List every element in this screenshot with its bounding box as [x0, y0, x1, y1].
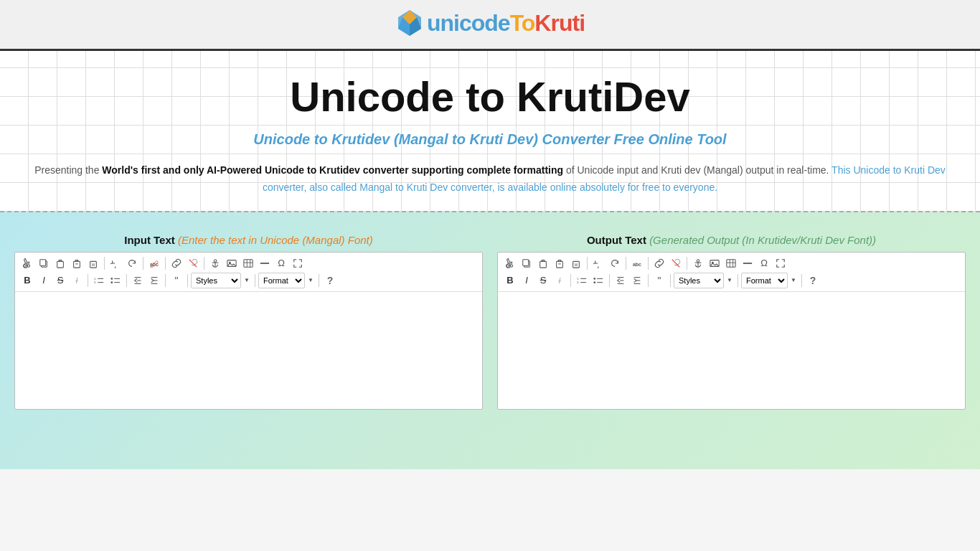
hr-button[interactable] [257, 255, 273, 271]
sep2 [143, 257, 143, 270]
svg-rect-43 [540, 261, 547, 268]
cut-button[interactable] [19, 255, 35, 271]
output-clear-format-button[interactable]: I [552, 273, 567, 288]
converter-section: Input Text (Enter the text in Unicode (M… [0, 211, 980, 469]
increase-indent-button[interactable] [146, 273, 162, 288]
maximize-button[interactable] [290, 255, 306, 271]
output-spellcheck-button[interactable]: abc [629, 255, 645, 271]
output-strikethrough-button[interactable]: S [535, 273, 551, 288]
svg-rect-7 [40, 259, 46, 265]
svg-text:1.: 1. [94, 277, 97, 281]
blockquote-button[interactable]: " [169, 273, 184, 288]
input-content-area[interactable] [15, 292, 482, 392]
sep3 [165, 257, 166, 270]
output-decrease-indent-button[interactable] [613, 273, 628, 288]
desc-bold: World's first and only AI-Powered Unicod… [102, 164, 563, 176]
svg-rect-8 [57, 261, 64, 268]
format-dropdown-arrow[interactable]: ▼ [306, 273, 316, 288]
svg-point-5 [27, 264, 30, 267]
output-paste-plain-button[interactable] [552, 255, 567, 271]
out-sep7 [648, 274, 649, 287]
output-styles-select[interactable]: Styles [674, 273, 724, 288]
output-toolbar-row2: B I S I 1.2. [502, 273, 961, 288]
sep4 [204, 257, 204, 270]
output-cut-button[interactable] [502, 255, 518, 271]
svg-rect-44 [557, 261, 563, 268]
anchor-button[interactable] [207, 255, 223, 271]
svg-point-29 [110, 278, 113, 280]
sep1 [104, 257, 105, 270]
undo-button[interactable] [108, 255, 123, 271]
svg-text:2.: 2. [577, 281, 580, 284]
output-unlink-button[interactable] [668, 255, 684, 271]
output-redo-button[interactable] [607, 255, 623, 271]
spellcheck-button[interactable]: abc [146, 255, 162, 271]
output-toolbar: W abc [498, 253, 965, 292]
svg-point-64 [593, 278, 595, 280]
sep10 [319, 274, 319, 287]
hero-section: Unicode to KrutiDev Unicode to Krutidev … [0, 51, 980, 211]
output-copy-button[interactable] [519, 255, 534, 271]
out-sep8 [670, 274, 671, 287]
redo-button[interactable] [124, 255, 140, 271]
link-button[interactable] [169, 255, 184, 271]
output-styles-dropdown-arrow[interactable]: ▼ [725, 273, 735, 288]
special-chars-button[interactable]: Ω [273, 255, 289, 271]
output-link-button[interactable] [651, 255, 667, 271]
output-bold-button[interactable]: B [502, 273, 518, 288]
page-title: Unicode to KrutiDev [14, 72, 966, 121]
format-select-output[interactable]: Format [741, 273, 788, 288]
output-undo-button[interactable] [590, 255, 606, 271]
paste-word-button[interactable]: W [85, 255, 101, 271]
output-blockquote-button[interactable]: " [651, 273, 667, 288]
help-button-output[interactable]: ? [805, 273, 821, 288]
strikethrough-button[interactable]: S [52, 273, 68, 288]
sep7 [165, 274, 166, 287]
output-anchor-button[interactable] [690, 255, 706, 271]
svg-line-14 [189, 259, 197, 267]
sep6 [126, 274, 127, 287]
help-button-input[interactable]: ? [322, 273, 338, 288]
output-content-area[interactable] [498, 292, 965, 392]
unordered-list-button[interactable] [108, 273, 123, 288]
converter-grid: Input Text (Enter the text in Unicode (M… [14, 234, 966, 410]
output-format-dropdown-arrow[interactable]: ▼ [788, 273, 798, 288]
output-image-button[interactable] [707, 255, 722, 271]
output-unordered-list-button[interactable] [590, 273, 606, 288]
copy-button[interactable] [36, 255, 52, 271]
italic-button[interactable]: I [36, 273, 52, 288]
paste-button[interactable] [52, 255, 68, 271]
output-hr-button[interactable] [740, 255, 755, 271]
output-toolbar-row1: W abc [502, 255, 961, 271]
logo: unicodeToKruti [395, 9, 585, 37]
svg-text:2.: 2. [94, 281, 97, 284]
output-label-strong: Output Text [587, 234, 646, 246]
output-ordered-list-button[interactable]: 1.2. [574, 273, 590, 288]
styles-dropdown-arrow[interactable]: ▼ [242, 273, 252, 288]
out-sep2 [626, 257, 626, 270]
bold-button[interactable]: B [19, 273, 35, 288]
styles-select[interactable]: Styles [191, 273, 241, 288]
input-label-strong: Input Text [124, 234, 175, 246]
output-table-button[interactable] [723, 255, 739, 271]
ordered-list-button[interactable]: 1.2. [91, 273, 107, 288]
table-button[interactable] [240, 255, 256, 271]
image-button[interactable] [224, 255, 240, 271]
output-paste-word-button[interactable]: W [568, 255, 584, 271]
paste-plain-button[interactable] [69, 255, 85, 271]
hero-description: Presenting the World's first and only AI… [14, 162, 966, 197]
output-increase-indent-button[interactable] [629, 273, 645, 288]
output-paste-button[interactable] [535, 255, 551, 271]
clear-format-button[interactable]: I [69, 273, 85, 288]
svg-point-40 [510, 264, 513, 267]
format-select-input[interactable]: Format [258, 273, 305, 288]
out-sep4 [687, 257, 687, 270]
input-label: Input Text (Enter the text in Unicode (M… [14, 234, 483, 246]
svg-text:W: W [574, 263, 578, 267]
output-special-chars-button[interactable]: Ω [756, 255, 772, 271]
decrease-indent-button[interactable] [130, 273, 146, 288]
input-label-em: (Enter the text in Unicode (Mangal) Font… [178, 234, 373, 246]
output-italic-button[interactable]: I [519, 273, 534, 288]
output-maximize-button[interactable] [773, 255, 788, 271]
unlink-button[interactable] [185, 255, 201, 271]
